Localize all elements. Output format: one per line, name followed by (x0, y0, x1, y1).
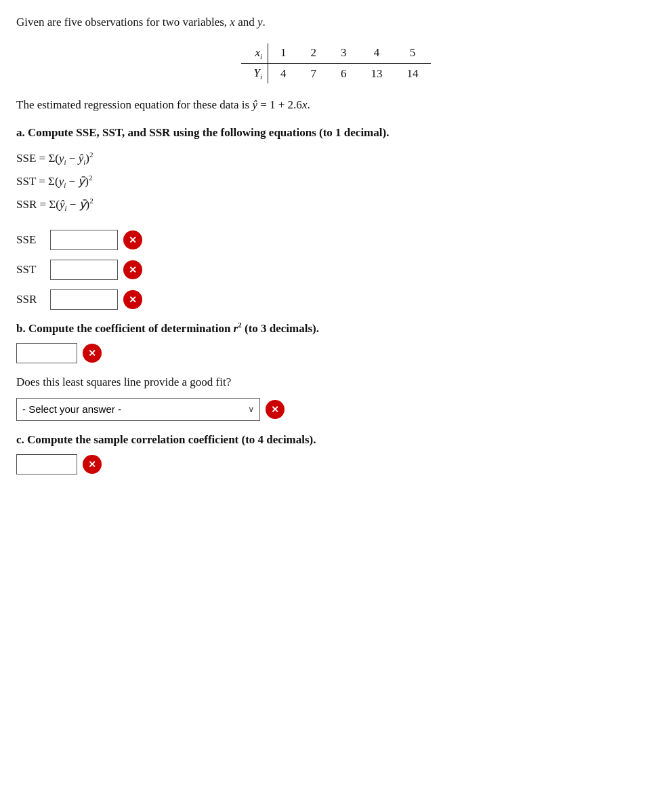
x-val-4: 4 (359, 43, 395, 64)
correlation-input[interactable] (16, 454, 77, 474)
ssr-equation: SSR = Σ(ŷi − ȳ)2 (16, 194, 656, 216)
select-wrapper: - Select your answer - Yes No (16, 398, 260, 421)
good-fit-clear-button[interactable] (266, 400, 285, 419)
r2-input-row (16, 343, 656, 363)
sst-input-row: SST (16, 260, 656, 280)
sst-clear-button[interactable] (123, 260, 142, 279)
part-a-label: a. Compute SSE, SST, and SSR using the f… (16, 123, 656, 142)
x-val-3: 3 (329, 43, 359, 64)
ssr-label: SSR (16, 293, 45, 306)
sst-input[interactable] (50, 260, 118, 280)
x-val-1: 1 (268, 43, 299, 64)
ssr-clear-button[interactable] (123, 290, 142, 309)
good-fit-select[interactable]: - Select your answer - Yes No (16, 398, 260, 421)
regression-equation: The estimated regression equation for th… (16, 96, 656, 114)
sst-equation: SST = Σ(yi − ȳ)2 (16, 171, 656, 193)
good-fit-question: Does this least squares line provide a g… (16, 373, 656, 391)
sse-input[interactable] (50, 230, 118, 250)
y-val-2: 7 (299, 63, 329, 83)
x-label: xi (241, 43, 268, 64)
part-c-label: c. Compute the sample correlation coeffi… (16, 430, 656, 449)
sst-label: SST (16, 263, 45, 277)
table-row-y: Yi 4 7 6 13 14 (241, 63, 430, 83)
table-row-x: xi 1 2 3 4 5 (241, 43, 430, 64)
part-b-section: b. Compute the coefficient of determinat… (16, 319, 656, 363)
ssr-input-row: SSR (16, 289, 656, 310)
part-c-section: c. Compute the sample correlation coeffi… (16, 430, 656, 474)
y-label: Yi (241, 63, 268, 83)
page-content: Given are five observations for two vari… (16, 14, 656, 474)
r2-input[interactable] (16, 343, 77, 363)
ssr-input[interactable] (50, 289, 118, 310)
good-fit-select-container: - Select your answer - Yes No (16, 398, 656, 421)
r2-clear-button[interactable] (83, 344, 102, 363)
corr-clear-button[interactable] (83, 455, 102, 474)
sse-label: SSE (16, 233, 45, 247)
equations-block: SSE = Σ(yi − ŷi)2 SST = Σ(yi − ȳ)2 SSR =… (16, 148, 656, 216)
sse-clear-button[interactable] (123, 230, 142, 249)
data-table-container: xi 1 2 3 4 5 Yi 4 7 6 13 14 (16, 43, 656, 84)
y-val-5: 14 (395, 63, 431, 83)
y-val-1: 4 (268, 63, 299, 83)
x-val-2: 2 (299, 43, 329, 64)
intro-text: Given are five observations for two vari… (16, 14, 656, 31)
y-val-4: 13 (359, 63, 395, 83)
x-val-5: 5 (395, 43, 431, 64)
part-b-label: b. Compute the coefficient of determinat… (16, 319, 656, 338)
corr-input-row (16, 454, 656, 474)
observations-table: xi 1 2 3 4 5 Yi 4 7 6 13 14 (241, 43, 430, 84)
y-val-3: 6 (329, 63, 359, 83)
sse-input-row: SSE (16, 230, 656, 250)
sse-equation: SSE = Σ(yi − ŷi)2 (16, 148, 656, 169)
